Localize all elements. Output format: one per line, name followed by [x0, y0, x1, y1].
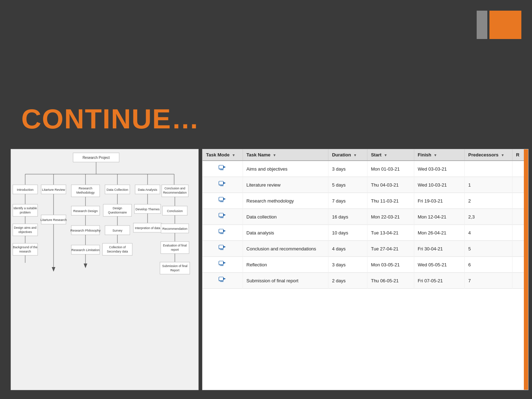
duration-cell: 10 days	[328, 225, 367, 241]
sort-mode-icon[interactable]: ▼	[232, 153, 235, 157]
sort-finish-icon[interactable]: ▼	[434, 153, 437, 157]
duration-cell: 3 days	[328, 161, 367, 177]
svg-marker-41	[52, 267, 55, 272]
svg-text:Recommendation: Recommendation	[162, 227, 188, 231]
svg-rect-94	[219, 213, 223, 217]
svg-text:Research Limitation: Research Limitation	[71, 248, 100, 252]
finish-cell: Fri 07-05-21	[414, 273, 465, 289]
svg-text:Report: Report	[170, 268, 179, 272]
predecessors-cell: 1	[465, 177, 512, 193]
task-name-cell: Literature review	[243, 177, 328, 193]
col-task-name[interactable]: Task Name ▼	[243, 149, 328, 161]
finish-cell: Mon 12-04-21	[414, 209, 465, 225]
svg-text:Introduction: Introduction	[17, 188, 33, 192]
task-mode-cell	[203, 193, 243, 209]
svg-text:Identify a suitable: Identify a suitable	[13, 206, 37, 210]
task-mode-icon	[218, 231, 226, 237]
sort-duration-icon[interactable]: ▼	[353, 153, 357, 157]
task-name-cell: Conclusion and recommendations	[243, 241, 328, 257]
svg-rect-91	[219, 197, 223, 201]
duration-cell: 5 days	[328, 177, 367, 193]
svg-text:Conclusion: Conclusion	[167, 209, 183, 213]
task-mode-cell	[203, 241, 243, 257]
duration-cell: 7 days	[328, 193, 367, 209]
svg-text:Research Philosophy: Research Philosophy	[70, 229, 101, 232]
svg-text:Data Collection: Data Collection	[106, 188, 128, 192]
sort-start-icon[interactable]: ▼	[384, 153, 387, 157]
svg-text:Secondary data: Secondary data	[107, 250, 128, 253]
svg-rect-85	[219, 165, 223, 169]
start-cell: Thu 06-05-21	[367, 273, 414, 289]
svg-text:Data Analysis: Data Analysis	[138, 188, 157, 192]
finish-cell: Fri 19-03-21	[414, 193, 465, 209]
svg-text:Questionnaire: Questionnaire	[108, 211, 127, 214]
sort-pred-icon[interactable]: ▼	[501, 153, 504, 157]
task-mode-cell	[203, 225, 243, 241]
col-start[interactable]: Start ▼	[367, 149, 414, 161]
col-duration[interactable]: Duration ▼	[328, 149, 367, 161]
table-row: Literature review5 daysThu 04-03-21Wed 1…	[203, 177, 528, 193]
task-mode-icon	[218, 279, 226, 285]
finish-cell: Mon 26-04-21	[414, 225, 465, 241]
finish-cell: Wed 03-03-21	[414, 161, 465, 177]
flowchart-svg: Research Project Introduction Litarture …	[11, 149, 192, 376]
gantt-table: Task Mode ▼ Task Name ▼ Duration ▼ Start…	[202, 149, 528, 390]
predecessors-cell: 6	[465, 257, 512, 273]
start-cell: Mon 03-05-21	[367, 257, 414, 273]
svg-text:Develop Themes: Develop Themes	[135, 207, 160, 211]
svg-text:problem: problem	[20, 211, 31, 214]
task-mode-icon	[218, 247, 226, 253]
duration-cell: 4 days	[328, 241, 367, 257]
task-mode-cell	[203, 257, 243, 273]
predecessors-cell: 5	[465, 241, 512, 257]
task-mode-cell	[203, 273, 243, 289]
task-mode-icon	[218, 167, 226, 173]
start-cell: Mon 01-03-21	[367, 161, 414, 177]
start-cell: Tue 27-04-21	[367, 241, 414, 257]
page-heading: CONTINUE…	[21, 103, 200, 135]
svg-text:Interpretion of data: Interpretion of data	[135, 226, 160, 230]
predecessors-cell: 2	[465, 193, 512, 209]
start-cell: Tue 13-04-21	[367, 225, 414, 241]
table-row: Conclusion and recommendations4 daysTue …	[203, 241, 528, 257]
task-mode-cell	[203, 161, 243, 177]
svg-rect-106	[219, 277, 223, 281]
svg-text:Collection of: Collection of	[109, 245, 126, 249]
task-name-cell: Data analysis	[243, 225, 328, 241]
table-row: Research methodology7 daysThu 11-03-21Fr…	[203, 193, 528, 209]
predecessors-cell: 2,3	[465, 209, 512, 225]
svg-rect-97	[219, 229, 223, 233]
duration-cell: 16 days	[328, 209, 367, 225]
svg-rect-103	[219, 261, 223, 265]
svg-text:Survey: Survey	[112, 229, 123, 232]
svg-text:Evaluation of final: Evaluation of final	[163, 244, 187, 247]
svg-text:Litarture Research: Litarture Research	[40, 218, 67, 222]
col-task-mode[interactable]: Task Mode ▼	[203, 149, 243, 161]
svg-marker-53	[84, 264, 87, 268]
start-cell: Thu 04-03-21	[367, 177, 414, 193]
svg-text:Research Design: Research Design	[73, 209, 98, 213]
svg-text:Design: Design	[113, 206, 122, 210]
orange-side-bar	[524, 149, 528, 390]
task-mode-icon	[218, 199, 226, 205]
col-finish[interactable]: Finish ▼	[414, 149, 465, 161]
svg-text:Litarture Review: Litarture Review	[42, 188, 65, 192]
table-row: Aims and objectives3 daysMon 01-03-21Wed…	[203, 161, 528, 177]
sort-name-icon[interactable]: ▼	[273, 153, 276, 157]
svg-text:Methodology: Methodology	[76, 191, 95, 194]
svg-text:Research Project: Research Project	[83, 156, 110, 160]
start-cell: Thu 11-03-21	[367, 193, 414, 209]
col-predecessors[interactable]: Predecessors ▼	[465, 149, 512, 161]
svg-rect-100	[219, 245, 223, 249]
svg-text:Recommendation: Recommendation	[163, 191, 187, 194]
svg-text:Design aims and: Design aims and	[14, 226, 37, 229]
svg-text:report: report	[171, 248, 179, 251]
predecessors-cell: 4	[465, 225, 512, 241]
table-row: Data collection16 daysMon 22-03-21Mon 12…	[203, 209, 528, 225]
task-mode-icon	[218, 215, 226, 221]
task-mode-icon	[218, 263, 226, 269]
svg-rect-88	[219, 181, 223, 185]
svg-text:objectives: objectives	[18, 230, 32, 234]
task-name-cell: Reflection	[243, 257, 328, 273]
flowchart-diagram: Research Project Introduction Litarture …	[11, 149, 199, 390]
